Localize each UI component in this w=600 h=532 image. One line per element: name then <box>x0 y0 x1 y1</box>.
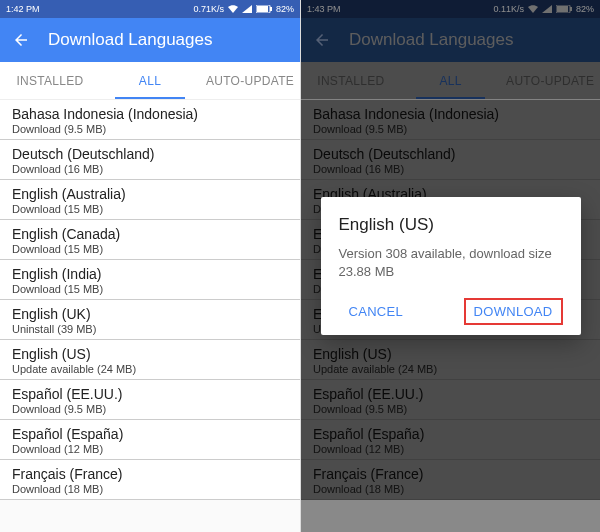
modal-overlay[interactable]: English (US) Version 308 available, down… <box>301 0 600 532</box>
tab-auto-update[interactable]: AUTO-UPDATE <box>200 62 300 99</box>
svg-rect-1 <box>257 6 268 12</box>
status-bar: 1:42 PM 0.71K/s 82% <box>0 0 300 18</box>
list-item[interactable]: English (Australia)Download (15 MB) <box>0 180 300 220</box>
language-name: Español (EE.UU.) <box>12 386 288 402</box>
app-bar: Download Languages <box>0 18 300 62</box>
language-action: Download (9.5 MB) <box>12 123 288 135</box>
language-action: Update available (24 MB) <box>12 363 288 375</box>
wifi-icon <box>228 5 238 13</box>
battery-icon <box>256 5 272 13</box>
language-name: English (Australia) <box>12 186 288 202</box>
download-button[interactable]: DOWNLOAD <box>464 298 563 325</box>
language-action: Download (12 MB) <box>12 443 288 455</box>
language-action: Download (18 MB) <box>12 483 288 495</box>
language-name: English (Canada) <box>12 226 288 242</box>
dialog-title: English (US) <box>339 215 563 235</box>
cancel-button[interactable]: CANCEL <box>339 298 414 325</box>
list-item[interactable]: English (US)Update available (24 MB) <box>0 340 300 380</box>
language-action: Uninstall (39 MB) <box>12 323 288 335</box>
language-action: Download (15 MB) <box>12 283 288 295</box>
language-name: Bahasa Indonesia (Indonesia) <box>12 106 288 122</box>
language-action: Download (16 MB) <box>12 163 288 175</box>
list-item[interactable]: Français (France)Download (18 MB) <box>0 460 300 500</box>
language-name: Français (France) <box>12 466 288 482</box>
language-name: Español (España) <box>12 426 288 442</box>
page-title: Download Languages <box>48 30 212 50</box>
signal-icon <box>242 5 252 13</box>
list-item[interactable]: English (India)Download (15 MB) <box>0 260 300 300</box>
language-name: English (UK) <box>12 306 288 322</box>
list-item[interactable]: Deutsch (Deutschland)Download (16 MB) <box>0 140 300 180</box>
screen-right: 1:43 PM 0.11K/s 82% Download Languages I… <box>300 0 600 532</box>
list-item[interactable]: Español (EE.UU.)Download (9.5 MB) <box>0 380 300 420</box>
dialog-actions: CANCEL DOWNLOAD <box>339 298 563 325</box>
language-action: Download (15 MB) <box>12 203 288 215</box>
tab-all[interactable]: ALL <box>100 62 200 99</box>
back-icon[interactable] <box>12 31 30 49</box>
list-item[interactable]: Bahasa Indonesia (Indonesia)Download (9.… <box>0 100 300 140</box>
language-name: English (US) <box>12 346 288 362</box>
list-item[interactable]: Español (España)Download (12 MB) <box>0 420 300 460</box>
status-time: 1:42 PM <box>6 4 40 14</box>
list-item[interactable]: English (Canada)Download (15 MB) <box>0 220 300 260</box>
screen-left: 1:42 PM 0.71K/s 82% Download Languages I… <box>0 0 300 532</box>
status-speed: 0.71K/s <box>193 4 224 14</box>
list-item[interactable]: English (UK)Uninstall (39 MB) <box>0 300 300 340</box>
language-name: English (India) <box>12 266 288 282</box>
language-name: Deutsch (Deutschland) <box>12 146 288 162</box>
dialog-body: Version 308 available, download size 23.… <box>339 245 563 280</box>
tabs: INSTALLED ALL AUTO-UPDATE <box>0 62 300 100</box>
status-battery: 82% <box>276 4 294 14</box>
tab-installed[interactable]: INSTALLED <box>0 62 100 99</box>
svg-rect-2 <box>270 7 272 11</box>
language-action: Download (15 MB) <box>12 243 288 255</box>
download-dialog: English (US) Version 308 available, down… <box>321 197 581 335</box>
language-list[interactable]: Bahasa Indonesia (Indonesia)Download (9.… <box>0 100 300 500</box>
language-action: Download (9.5 MB) <box>12 403 288 415</box>
